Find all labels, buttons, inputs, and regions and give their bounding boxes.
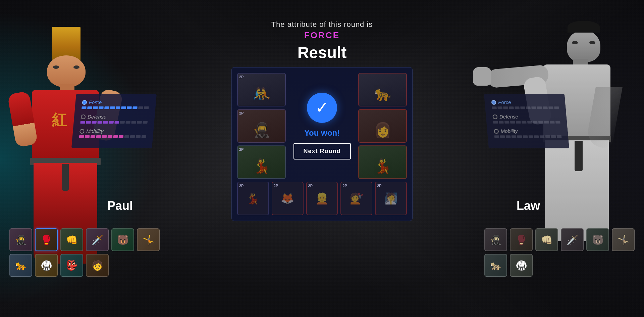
stat-row-defense: Defense — [80, 114, 148, 124]
mobility-bar — [79, 135, 147, 138]
force-label-right: Force — [491, 99, 558, 105]
result-title: Result — [271, 43, 373, 62]
battle-grid: 2P 🤼 ✓ You won! Next Round 🐆 2P 🥷 — [231, 67, 413, 221]
mobility-dot — [79, 129, 85, 134]
defense-dot — [81, 115, 86, 119]
defense-bar-right — [493, 121, 560, 124]
left-char-row-1: 🥷 🥊 👊 🗡️ 🐻 🤸 — [9, 228, 160, 251]
right-char-grid: 🥷 🥊 👊 🗡️ 🐻 🤸 🐆 🥋 — [484, 228, 635, 277]
paul-sash — [62, 164, 69, 191]
mobility-label: Mobility — [79, 128, 147, 134]
list-item[interactable]: 🥋 — [35, 254, 58, 277]
header: The attribute of this round is FORCE Res… — [271, 20, 373, 62]
list-item[interactable]: 🗡️ — [86, 228, 109, 251]
char-figure: 🤼 — [240, 76, 282, 103]
battle-char-right-2: 👩 — [358, 109, 407, 143]
list-item[interactable]: 🐻 — [586, 228, 609, 251]
char-emoji: 🥷 — [253, 122, 270, 138]
law-head — [567, 30, 600, 62]
mobility-bar-right — [494, 135, 562, 138]
bottom-char-2: 2P 🦊 — [272, 182, 304, 215]
char-figure: 💃 — [240, 149, 282, 176]
char-figure: 💃 — [362, 149, 404, 176]
list-item[interactable]: 🥊 — [35, 228, 58, 251]
you-won-text: You won! — [304, 128, 340, 138]
char-emoji: 🦊 — [272, 182, 303, 215]
char-emoji: 💃 — [374, 158, 391, 174]
force-bar-right — [492, 106, 559, 109]
law-name-label: Law — [517, 199, 540, 213]
list-item[interactable]: 🐻 — [111, 228, 134, 251]
right-char-row-1: 🥷 🥊 👊 🗡️ 🐻 🤸 — [484, 228, 635, 251]
list-item[interactable]: 🥷 — [484, 228, 507, 251]
char-figure: 🥷 — [240, 112, 282, 139]
paul-head — [47, 55, 86, 87]
battle-char-right-1: 🐆 — [358, 73, 407, 106]
mobility-label-right: Mobility — [494, 128, 561, 134]
battle-char-left-2: 2P 🥷 — [237, 109, 286, 143]
char-figure: 🐆 — [362, 76, 404, 103]
char-emoji: 👱 — [307, 182, 337, 215]
stat-row-defense-right: Defense — [492, 114, 560, 124]
list-item[interactable]: 🤸 — [137, 228, 160, 251]
char-emoji: 🤼 — [253, 85, 270, 102]
list-item[interactable]: 🥋 — [510, 254, 533, 277]
win-circle: ✓ — [307, 93, 337, 123]
battle-char-left-3: 2P 💃 — [237, 145, 286, 179]
list-item[interactable]: 🥊 — [510, 228, 533, 251]
next-round-button[interactable]: Next Round — [293, 143, 351, 160]
right-char-row-2: 🐆 🥋 — [484, 254, 635, 277]
stat-row-mobility-right: Mobility — [494, 128, 562, 138]
force-bar — [82, 106, 149, 109]
law-sash — [575, 141, 583, 171]
list-item[interactable]: 👊 — [60, 228, 83, 251]
force-dot-right — [491, 100, 496, 105]
bottom-char-5: 2P 🧖 — [375, 182, 407, 215]
char-emoji: 🧖 — [376, 182, 406, 215]
char-figure: 👩 — [362, 112, 404, 139]
paul-name-label: Paul — [107, 199, 133, 213]
battle-char-right-3: 💃 — [358, 145, 407, 179]
char-emoji: 💃 — [253, 158, 270, 174]
result-center: ✓ You won! Next Round — [288, 73, 356, 179]
list-item[interactable]: 🧑 — [86, 254, 109, 277]
char-emoji: 💃 — [238, 182, 268, 215]
list-item[interactable]: 🗡️ — [561, 228, 584, 251]
char-emoji: 🐆 — [374, 85, 391, 102]
left-char-row-2: 🐆 🥋 👺 🧑 — [9, 254, 160, 277]
char-emoji: 👩 — [374, 122, 391, 138]
defense-dot-right — [492, 115, 497, 119]
stat-row-mobility: Mobility — [79, 128, 147, 138]
battle-char-left-1: 2P 🤼 — [237, 73, 286, 106]
law-hair — [568, 21, 600, 33]
right-panel: Force Defense — [470, 0, 644, 317]
list-item[interactable]: 🥷 — [9, 228, 32, 251]
bottom-chars-row: 2P 💃 2P 🦊 2P 👱 2P 💇 2P 🧖 — [237, 182, 407, 215]
left-char-grid: 🥷 🥊 👊 🗡️ 🐻 🤸 🐆 🥋 👺 🧑 — [9, 228, 160, 277]
list-item[interactable]: 👊 — [535, 228, 558, 251]
defense-bar — [80, 121, 148, 124]
attribute-value: FORCE — [271, 30, 373, 41]
round-attribute-label: The attribute of this round is — [271, 20, 373, 29]
defense-label-right: Defense — [492, 114, 560, 120]
bottom-char-4: 2P 💇 — [340, 182, 372, 215]
left-panel: 紅 Force — [0, 0, 174, 317]
force-label: Force — [82, 99, 149, 105]
center-panel: 2P 🤼 ✓ You won! Next Round 🐆 2P 🥷 — [231, 67, 413, 221]
paul-kanji: 紅 — [52, 110, 67, 130]
checkmark-icon: ✓ — [315, 100, 329, 116]
list-item[interactable]: 👺 — [60, 254, 83, 277]
list-item[interactable]: 🐆 — [9, 254, 32, 277]
list-item[interactable]: 🤸 — [612, 228, 635, 251]
left-stats-panel: Force Defense — [71, 94, 157, 148]
force-dot — [82, 100, 87, 105]
law-fist — [473, 67, 491, 86]
bottom-char-3: 2P 👱 — [306, 182, 338, 215]
stat-row-force: Force — [82, 99, 150, 109]
mobility-dot-right — [494, 129, 499, 134]
list-item[interactable]: 🐆 — [484, 254, 507, 277]
stat-row-force-right: Force — [491, 99, 559, 109]
defense-label: Defense — [80, 114, 148, 120]
bottom-char-1: 2P 💃 — [237, 182, 269, 215]
char-emoji: 💇 — [341, 182, 372, 215]
